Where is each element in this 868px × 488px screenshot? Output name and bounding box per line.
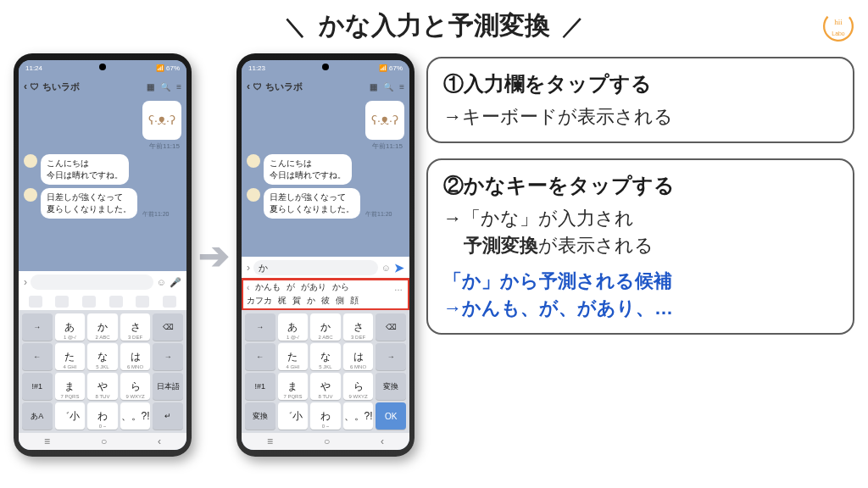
kana-key[interactable]: ← [245, 343, 275, 370]
kana-key[interactable]: → [22, 313, 53, 341]
menu-icon[interactable]: ≡ [176, 82, 181, 92]
recents-icon[interactable]: ≡ [267, 435, 273, 447]
kana-key[interactable]: → [245, 313, 275, 341]
candidate[interactable]: 側 [336, 295, 344, 307]
kana-key[interactable]: わ0 ~ [87, 402, 118, 430]
kana-key[interactable]: や8 TUV [87, 373, 118, 400]
message-row: こんにちは 今日は晴れですね。 [247, 154, 404, 185]
candidate[interactable]: カフカ [247, 295, 272, 307]
back-icon[interactable]: ‹ [24, 80, 27, 92]
chat-header: ‹ 🛡 ちいラボ ▦ 🔍 ≡ [19, 75, 186, 97]
camera-notch-icon [322, 64, 329, 70]
message-time: 午前11:20 [142, 210, 170, 219]
kana-key[interactable]: ← [22, 343, 53, 370]
kana-key[interactable]: あA [22, 402, 53, 430]
menu-icon[interactable]: ≡ [399, 82, 404, 92]
candidate[interactable]: かんも [255, 281, 281, 293]
toolbar-item[interactable] [109, 296, 123, 308]
message-bubble: 日差しが強くなって 夏らしくなりました。 [41, 188, 137, 219]
expand-icon[interactable]: › [24, 276, 27, 288]
kana-key[interactable]: ま7 PQRS [278, 373, 309, 400]
back-nav-icon[interactable]: ‹ [158, 435, 161, 447]
brand-logo: hii Labo [819, 7, 858, 46]
kana-key[interactable]: あ1 @-/ [278, 313, 309, 341]
kana-key[interactable]: ま7 PQRS [55, 373, 86, 400]
toolbar-item[interactable] [55, 296, 69, 308]
kana-key[interactable]: ゛小 [278, 402, 309, 430]
kana-key[interactable]: ⌫ [153, 313, 183, 341]
candidate[interactable]: 賀 [292, 295, 301, 307]
chevron-left-icon[interactable]: ‹ [247, 283, 249, 292]
kana-key[interactable]: か2 ABC [310, 313, 341, 341]
kana-key[interactable]: ら9 WXYZ [120, 373, 151, 400]
kana-key[interactable]: 日本語 [153, 373, 183, 400]
candidate[interactable]: から [332, 281, 349, 293]
kana-key[interactable]: 、。?! [120, 402, 151, 430]
search-icon[interactable]: 🔍 [383, 82, 393, 92]
back-icon[interactable]: ‹ [247, 80, 250, 92]
expand-icon[interactable]: › [247, 262, 250, 274]
back-nav-icon[interactable]: ‹ [381, 435, 384, 447]
avatar-icon [24, 154, 37, 168]
toolbar-item[interactable] [82, 296, 96, 308]
message-input[interactable]: か [253, 260, 378, 275]
candidate[interactable]: が [287, 281, 295, 293]
kana-key[interactable]: OK [376, 402, 406, 430]
kana-key[interactable]: か2 ABC [87, 313, 118, 341]
kana-key[interactable]: !#1 [22, 373, 53, 400]
kana-key[interactable]: わ0 ~ [310, 402, 341, 430]
candidate[interactable]: 彼 [321, 295, 330, 307]
toolbar-item[interactable] [136, 296, 149, 308]
page-title: かな入力と予測変換 [319, 8, 550, 43]
phone-after: 11:23 📶 67% ‹ 🛡 ちいラボ ▦ 🔍 ≡ 午前11:15 [236, 53, 415, 457]
kana-key[interactable]: → [153, 343, 183, 370]
send-icon[interactable]: ➤ [394, 261, 404, 274]
kana-key[interactable]: ↵ [153, 402, 183, 430]
status-time: 11:23 [248, 64, 265, 72]
home-icon[interactable]: ○ [101, 435, 107, 447]
toolbar-item[interactable] [163, 296, 176, 308]
kana-key[interactable]: さ3 DEF [343, 313, 374, 341]
search-icon[interactable]: 🔍 [160, 82, 170, 92]
kana-key[interactable]: !#1 [245, 373, 275, 400]
shield-icon: 🛡 [31, 82, 39, 92]
grid-icon[interactable]: ▦ [147, 82, 154, 92]
kana-key[interactable]: ゛小 [55, 402, 86, 430]
kana-key[interactable]: は6 MNO [120, 343, 151, 370]
message-input[interactable] [31, 274, 153, 290]
kana-key[interactable]: た4 GHI [278, 343, 309, 370]
message-bubble: こんにちは 今日は晴れですね。 [264, 154, 352, 185]
toolbar-item[interactable] [29, 296, 42, 308]
chat-body: 午前11:15 こんにちは 今日は晴れですね。 日差しが強くなって 夏らしくなり… [242, 97, 409, 257]
kana-key[interactable]: た4 GHI [55, 343, 86, 370]
kana-key[interactable]: な5 JKL [310, 343, 341, 370]
panel-line: →キーボードが表示される [443, 104, 837, 130]
kana-key[interactable]: あ1 @-/ [55, 313, 86, 341]
candidate[interactable]: か [307, 295, 315, 307]
recents-icon[interactable]: ≡ [44, 435, 50, 447]
kana-key[interactable]: 変換 [245, 402, 275, 430]
candidate[interactable]: があり [301, 281, 326, 293]
kana-key[interactable]: ら9 WXYZ [343, 373, 374, 400]
emoji-icon[interactable]: ☺ [157, 277, 166, 287]
sticker-bear-icon [365, 101, 404, 140]
emoji-icon[interactable]: ☺ [381, 263, 391, 273]
kana-key[interactable]: ⌫ [376, 313, 406, 341]
kana-key[interactable]: や8 TUV [310, 373, 341, 400]
home-icon[interactable]: ○ [324, 435, 330, 447]
kana-key[interactable]: 、。?! [343, 402, 374, 430]
keyboard-toolbar [19, 293, 186, 310]
grid-icon[interactable]: ▦ [370, 82, 377, 92]
candidate[interactable]: 顔 [350, 295, 359, 307]
kana-key[interactable]: 変換 [376, 373, 406, 400]
kana-key[interactable]: な5 JKL [87, 343, 118, 370]
message-bubble: 日差しが強くなって 夏らしくなりました。 [264, 188, 360, 219]
mic-icon[interactable]: 🎤 [170, 277, 181, 288]
step-number: ② [443, 174, 464, 197]
kana-key[interactable]: は6 MNO [343, 343, 374, 370]
kana-key[interactable]: → [376, 343, 406, 370]
candidate[interactable]: 梶 [278, 295, 287, 307]
avatar-icon [247, 188, 260, 202]
more-icon[interactable]: … [394, 283, 404, 292]
kana-key[interactable]: さ3 DEF [120, 313, 151, 341]
